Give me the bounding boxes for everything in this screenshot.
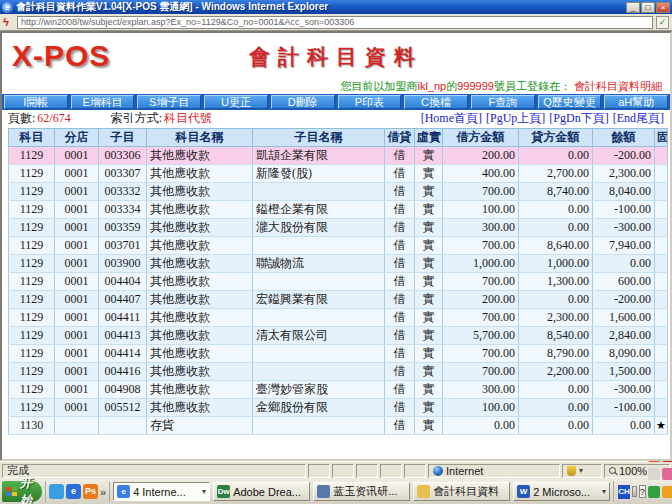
ie-logo-icon: e xyxy=(2,2,13,13)
task-word[interactable]: W2 Microso...▾ xyxy=(513,482,610,501)
menu-button-8[interactable]: Q歷史變更 xyxy=(538,95,602,109)
task-dreamweaver[interactable]: DwAdobe Drea... xyxy=(213,482,310,501)
cell-acc: 1129 xyxy=(9,309,55,327)
language-indicator[interactable]: CH xyxy=(618,485,630,499)
cell-vr: 實 xyxy=(415,165,443,183)
photoshop-icon[interactable]: Ps xyxy=(83,484,98,499)
cell-acc_name: 其他應收款 xyxy=(147,381,253,399)
cell-store: 0001 xyxy=(55,147,99,165)
messenger-icon[interactable] xyxy=(49,484,64,499)
cell-debit: 200.00 xyxy=(443,147,519,165)
shield-green-icon[interactable] xyxy=(648,486,660,498)
cell-dc: 借 xyxy=(385,309,415,327)
chevron-more-icon[interactable]: » xyxy=(100,486,106,498)
cell-credit: 0.00 xyxy=(519,147,593,165)
column-header: 子目 xyxy=(99,129,147,147)
protected-mode-control[interactable]: ▾ xyxy=(562,464,602,478)
word-icon: W xyxy=(517,485,530,498)
cell-balance: -300.00 xyxy=(593,219,655,237)
table-row[interactable]: 11290001004908其他應收款臺灣妙管家股借實300.000.00-30… xyxy=(9,381,668,399)
task-label: 4 Interne... xyxy=(133,486,199,498)
status-text: 完成 xyxy=(2,464,306,478)
printer-icon[interactable] xyxy=(632,486,637,497)
login-status: 您目前以加盟商ikl_np的999999號員工登錄在： 會計科目資料明細 xyxy=(2,79,670,92)
ie-icon[interactable]: e xyxy=(66,484,81,499)
cell-acc_name: 其他應收款 xyxy=(147,183,253,201)
cell-balance: 8,090.00 xyxy=(593,345,655,363)
column-header: 借方金額 xyxy=(443,129,519,147)
cell-acc_name: 其他應收款 xyxy=(147,219,253,237)
menu-button-7[interactable]: F查詢 xyxy=(471,95,535,109)
menu-button-9[interactable]: aH幫助 xyxy=(604,95,668,109)
cell-acc: 1129 xyxy=(9,273,55,291)
cell-balance: 2,300.00 xyxy=(593,165,655,183)
start-button[interactable]: 开始 xyxy=(2,481,42,502)
task-folder[interactable]: 會計科目資料 xyxy=(413,482,510,501)
table-row[interactable]: 11290001003334其他應收款鎰橙企業有限借實100.000.00-10… xyxy=(9,201,668,219)
cell-store: 0001 xyxy=(55,309,99,327)
menu-button-3[interactable]: U更正 xyxy=(204,95,268,109)
menu-button-5[interactable]: P印表 xyxy=(338,95,402,109)
table-row[interactable]: 11290001004413其他應收款清太有限公司借實5,700.008,540… xyxy=(9,327,668,345)
nav-link-3[interactable]: [End尾頁] xyxy=(613,111,664,125)
folder-icon xyxy=(417,485,430,498)
chevron-down-icon: ▾ xyxy=(579,466,583,475)
cell-dc: 借 xyxy=(385,201,415,219)
task-internet-explorer[interactable]: e4 Interne...▾ xyxy=(113,482,210,501)
table-row[interactable]: 11290001004407其他應收款宏鎰興業有限借實200.000.00-20… xyxy=(9,291,668,309)
cell-vr: 實 xyxy=(415,291,443,309)
help-icon[interactable]: ? xyxy=(639,485,646,498)
nav-link-2[interactable]: [PgDn下頁] xyxy=(549,111,608,125)
cell-credit: 0.00 xyxy=(519,381,593,399)
window-titlebar: e 會計科目資料作業V1.04[X-POS 雲通網] - Windows Int… xyxy=(0,0,672,14)
column-header: 貸方金額 xyxy=(519,129,593,147)
cell-sub: 004414 xyxy=(99,345,147,363)
maximize-button[interactable]: □ xyxy=(641,2,655,13)
table-row[interactable]: 11290001003306其他應收款凱頡企業有限借實200.000.00-20… xyxy=(9,147,668,165)
cell-vr: 實 xyxy=(415,147,443,165)
task-lanyu-app[interactable]: 蓝玉资讯研... xyxy=(313,482,410,501)
menu-button-1[interactable]: E增科目 xyxy=(71,95,135,109)
table-row[interactable]: 11290001004404其他應收款借實700.001,300.00600.0… xyxy=(9,273,668,291)
menu-button-2[interactable]: S增子目 xyxy=(137,95,201,109)
screen: e 會計科目資料作業V1.04[X-POS 雲通網] - Windows Int… xyxy=(0,0,672,504)
contact-icon[interactable] xyxy=(662,468,672,480)
menu-button-0[interactable]: I開帳 xyxy=(4,95,68,109)
nav-link-0[interactable]: [Home首頁] xyxy=(421,111,482,125)
cell-fixed xyxy=(655,255,668,273)
notes-icon[interactable] xyxy=(648,468,660,480)
cell-fixed xyxy=(655,399,668,417)
menu-button-6[interactable]: C換檔 xyxy=(404,95,468,109)
table-row[interactable]: 11290001003701其他應收款借實700.008,640.007,940… xyxy=(9,237,668,255)
cell-store: 0001 xyxy=(55,201,99,219)
safety-icon[interactable]: ✓ xyxy=(656,16,669,29)
menu-button-4[interactable]: D刪除 xyxy=(271,95,335,109)
cell-vr: 實 xyxy=(415,201,443,219)
table-row[interactable]: 11290001003332其他應收款借實700.008,740.008,040… xyxy=(9,183,668,201)
table-row[interactable]: 1130存貨借實0.000.000.00★ xyxy=(9,417,668,435)
minimize-button[interactable]: _ xyxy=(626,2,640,13)
table-row[interactable]: 11290001003900其他應收款聯誠物流借實1,000.001,000.0… xyxy=(9,255,668,273)
cell-balance: -100.00 xyxy=(593,201,655,219)
cell-sub: 003359 xyxy=(99,219,147,237)
table-row[interactable]: 11290001005512其他應收款金鄉股份有限借實100.000.00-10… xyxy=(9,399,668,417)
table-row[interactable]: 11290001004414其他應收款借實700.008,790.008,090… xyxy=(9,345,668,363)
star-icon[interactable] xyxy=(662,486,672,498)
login-mid: 的 xyxy=(446,80,457,92)
cell-fixed xyxy=(655,273,668,291)
table-row[interactable]: 11290001004411其他應收款借實700.002,300.001,600… xyxy=(9,309,668,327)
cell-debit: 300.00 xyxy=(443,381,519,399)
page-favicon-icon: ϟ xyxy=(3,17,14,28)
table-row[interactable]: 11290001004416其他應收款借實700.002,200.001,500… xyxy=(9,363,668,381)
nav-link-1[interactable]: [PgUp上頁] xyxy=(486,111,545,125)
cell-acc_name: 其他應收款 xyxy=(147,165,253,183)
table-row[interactable]: 11290001003359其他應收款瀧大股份有限借實300.000.00-30… xyxy=(9,219,668,237)
brand-row: X-POS 會計科目資料 xyxy=(2,33,670,79)
cell-vr: 實 xyxy=(415,363,443,381)
table-row[interactable]: 11290001003307其他應收款新隆發(股)借實400.002,700.0… xyxy=(9,165,668,183)
address-input[interactable] xyxy=(17,16,653,29)
address-bar: ϟ ✓ xyxy=(0,14,672,31)
cell-vr: 實 xyxy=(415,273,443,291)
close-button[interactable]: × xyxy=(656,2,670,13)
cell-debit: 100.00 xyxy=(443,399,519,417)
